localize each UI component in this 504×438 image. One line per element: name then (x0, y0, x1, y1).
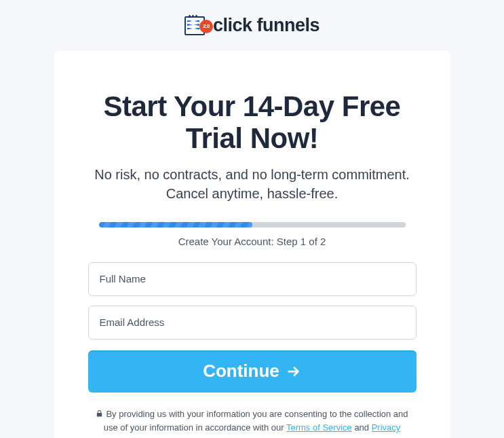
logo: 2.0 click funnels (185, 15, 319, 36)
terms-of-service-link[interactable]: Terms of Service (286, 422, 352, 433)
arrow-right-icon (286, 364, 301, 379)
consent-text: By providing us with your information yo… (84, 407, 421, 438)
full-name-field[interactable] (88, 262, 416, 296)
progress-section: Create Your Account: Step 1 of 2 (99, 222, 406, 247)
lock-icon (96, 408, 103, 422)
continue-button[interactable]: Continue (88, 350, 416, 393)
progress-fill (99, 222, 252, 227)
page-subtitle: No risk, no contracts, and no long-term … (84, 165, 421, 203)
logo-text: click funnels (213, 15, 319, 36)
logo-header: 2.0 click funnels (0, 0, 504, 51)
consent-suffix: . (263, 436, 265, 438)
logo-mark-icon: 2.0 (185, 16, 209, 36)
step-indicator: Create Your Account: Step 1 of 2 (99, 236, 406, 247)
progress-bar (99, 222, 406, 227)
continue-button-label: Continue (203, 361, 279, 382)
signup-card: Start Your 14-Day Free Trial Now! No ris… (54, 51, 450, 439)
page-title: Start Your 14-Day Free Trial Now! (84, 90, 421, 154)
signup-form: Continue (84, 262, 421, 393)
logo-badge: 2.0 (199, 20, 213, 33)
consent-separator: and (352, 422, 372, 433)
email-field[interactable] (88, 306, 416, 340)
